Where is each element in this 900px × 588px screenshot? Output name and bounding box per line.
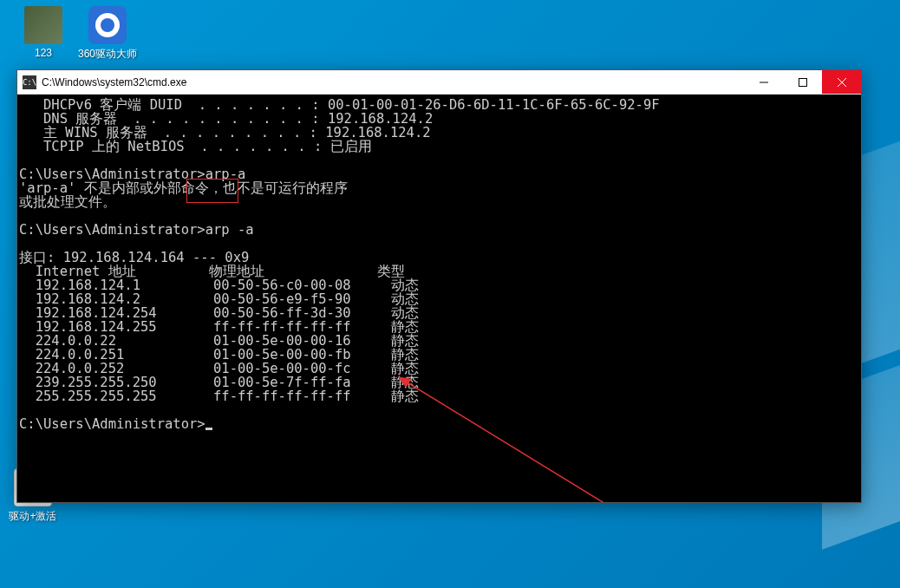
minimize-icon	[760, 78, 768, 87]
window-title: C:\Windows\system32\cmd.exe	[42, 76, 744, 88]
svg-line-5	[399, 377, 607, 502]
window-titlebar[interactable]: C:\ C:\Windows\system32\cmd.exe	[17, 70, 861, 95]
terminal-line: TCPIP 上的 NetBIOS . . . . . . . : 已启用	[19, 139, 372, 154]
terminal-line: 或批处理文件。	[19, 194, 116, 210]
folder-icon	[24, 6, 62, 44]
close-button[interactable]	[822, 70, 861, 94]
cmd-icon: C:\	[23, 75, 36, 89]
arp-table-row: 255.255.255.255 ff-ff-ff-ff-ff-ff 静态	[19, 389, 419, 404]
desktop-icon-folder-123[interactable]: 123	[11, 6, 75, 59]
maximize-icon	[799, 78, 807, 87]
cmd-window: C:\ C:\Windows\system32\cmd.exe DHCPv6 客…	[16, 69, 862, 503]
terminal-prompt-line: C:\Users\Administrator>	[19, 416, 205, 432]
terminal-output[interactable]: DHCPv6 客户端 DUID . . . . . . . : 00-01-00…	[17, 95, 861, 502]
close-icon	[838, 78, 846, 87]
annotation-arrow	[390, 370, 616, 502]
minimize-button[interactable]	[744, 70, 783, 94]
terminal-cursor	[205, 428, 212, 430]
svg-rect-1	[799, 78, 806, 86]
gear-icon	[88, 6, 127, 44]
icon-label: 123	[11, 47, 75, 59]
terminal-prompt-line: C:\Users\Administrator>arp -a	[19, 222, 254, 238]
window-controls	[744, 70, 861, 94]
icon-label: 驱动+激活	[1, 509, 65, 524]
icon-label: 360驱动大师	[75, 47, 140, 62]
desktop-icon-360-driver[interactable]: 360驱动大师	[75, 6, 140, 62]
maximize-button[interactable]	[783, 70, 822, 94]
